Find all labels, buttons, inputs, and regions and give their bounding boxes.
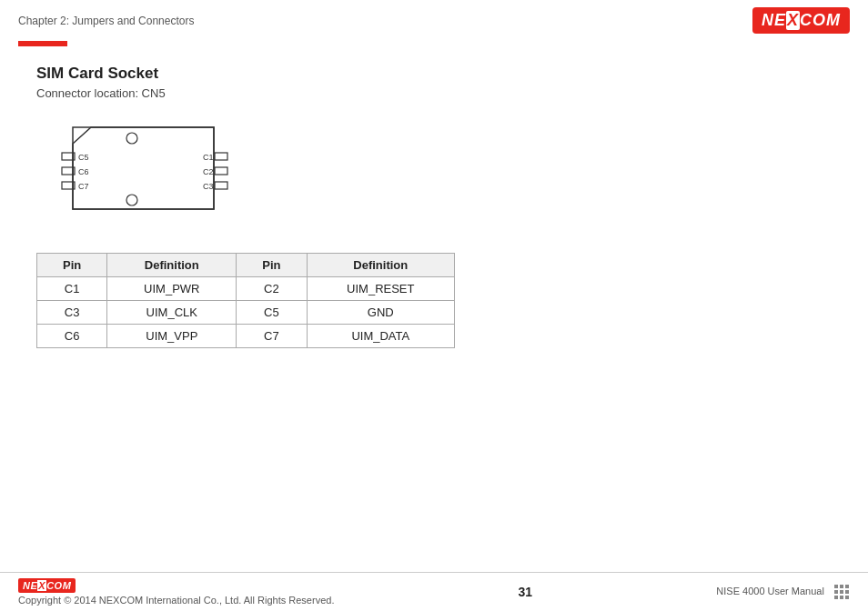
- grid-icon: [834, 585, 850, 600]
- cell-pin2: C7: [237, 325, 307, 348]
- cell-pin1: C3: [37, 301, 107, 325]
- main-content: SIM Card Socket Connector location: CN5 …: [0, 46, 868, 366]
- cell-pin1: C6: [37, 325, 107, 348]
- table-row: C1 UIM_PWR C2 UIM_RESET: [37, 277, 455, 301]
- logo-area: NEXCOM: [752, 7, 850, 34]
- cell-def2: UIM_RESET: [307, 277, 454, 301]
- footer-manual-name: NISE 4000 User Manual: [716, 585, 850, 600]
- connector-location: Connector location: CN5: [36, 86, 832, 100]
- svg-point-2: [126, 133, 137, 144]
- footer-logo: NEXCOM: [18, 578, 334, 593]
- table-row: C3 UIM_CLK C5 GND: [37, 301, 455, 325]
- cell-def2: UIM_DATA: [307, 325, 454, 348]
- svg-text:C2: C2: [203, 167, 214, 176]
- col-pin2-header: Pin: [237, 254, 307, 277]
- footer-page-number: 31: [519, 585, 533, 599]
- footer-copyright: Copyright © 2014 NEXCOM International Co…: [18, 595, 334, 606]
- col-pin1-header: Pin: [37, 254, 107, 277]
- svg-text:C3: C3: [203, 182, 214, 191]
- cell-def1: UIM_PWR: [107, 277, 237, 301]
- footer-left: NEXCOM Copyright © 2014 NEXCOM Internati…: [18, 578, 334, 606]
- col-def1-header: Definition: [107, 254, 237, 277]
- svg-text:C5: C5: [78, 153, 89, 162]
- section-title: SIM Card Socket: [36, 65, 832, 83]
- col-def2-header: Definition: [307, 254, 454, 277]
- footer-nexcom-logo: NEXCOM: [18, 578, 76, 593]
- cell-def2: GND: [307, 301, 454, 325]
- svg-marker-0: [73, 127, 214, 209]
- svg-text:C7: C7: [78, 182, 89, 191]
- table-row: C6 UIM_VPP C7 UIM_DATA: [37, 325, 455, 348]
- cell-def1: UIM_VPP: [107, 325, 237, 348]
- chapter-label: Chapter 2: Jumpers and Connectors: [18, 15, 194, 27]
- sim-card-diagram: C5 C6 C7 C1 C2 C3: [45, 118, 832, 227]
- cell-pin2: C5: [237, 301, 307, 325]
- page-header: Chapter 2: Jumpers and Connectors NEXCOM: [0, 0, 868, 39]
- svg-point-3: [126, 195, 137, 205]
- svg-text:C1: C1: [203, 153, 214, 162]
- svg-rect-12: [215, 167, 227, 175]
- pin-definition-table: Pin Definition Pin Definition C1 UIM_PWR…: [36, 253, 455, 348]
- svg-rect-14: [215, 182, 227, 189]
- cell-pin1: C1: [37, 277, 107, 301]
- nexcom-logo: NEXCOM: [752, 7, 850, 34]
- page-footer: NEXCOM Copyright © 2014 NEXCOM Internati…: [0, 572, 868, 611]
- cell-pin2: C2: [237, 277, 307, 301]
- svg-rect-10: [215, 153, 227, 160]
- svg-text:C6: C6: [78, 167, 89, 176]
- svg-marker-1: [73, 127, 214, 209]
- cell-def1: UIM_CLK: [107, 301, 237, 325]
- table-header-row: Pin Definition Pin Definition: [37, 254, 455, 277]
